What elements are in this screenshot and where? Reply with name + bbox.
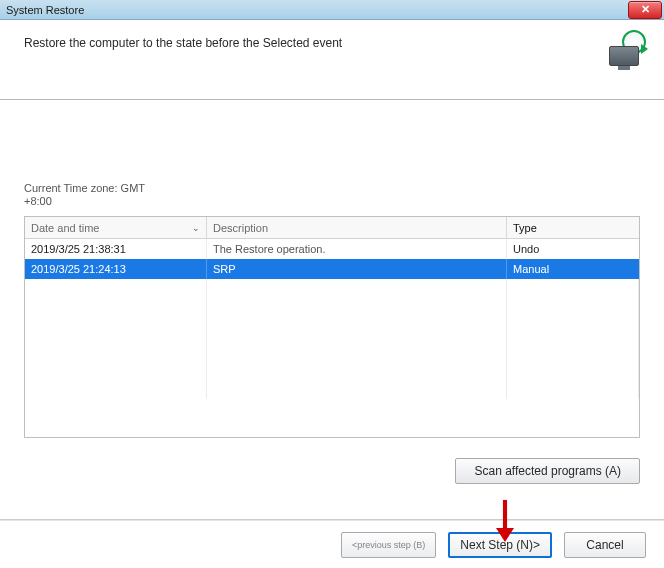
scan-affected-programs-button[interactable]: Scan affected programs (A) [455,458,640,484]
cell-type: Manual [507,259,639,279]
timezone-line1: Current Time zone: GMT [24,182,640,195]
titlebar: System Restore ✕ [0,0,664,20]
cell-description: SRP [207,259,507,279]
next-step-button[interactable]: Next Step (N)> [448,532,552,558]
table-row-empty [25,379,639,399]
close-button[interactable]: ✕ [628,1,662,19]
header-type[interactable]: Type [507,217,639,238]
cell-datetime: 2019/3/25 21:24:13 [25,259,207,279]
body-area: Current Time zone: GMT +8:00 Date and ti… [0,100,664,520]
table-row-empty [25,279,639,299]
table-row-empty [25,319,639,339]
sort-indicator-icon: ⌄ [192,223,200,233]
cell-type: Undo [507,239,639,259]
table-row-empty [25,299,639,319]
previous-step-button[interactable]: <previous step (B) [341,532,436,558]
header-description[interactable]: Description [207,217,507,238]
table-row-empty [25,339,639,359]
cell-datetime: 2019/3/25 21:38:31 [25,239,207,259]
wizard-footer: <previous step (B) Next Step (N)> Cancel [0,520,664,568]
table-row[interactable]: 2019/3/25 21:38:31 The Restore operation… [25,239,639,259]
cell-description: The Restore operation. [207,239,507,259]
table-row-empty [25,359,639,379]
close-icon: ✕ [641,3,650,16]
scan-button-wrap: Scan affected programs (A) [24,458,640,484]
system-restore-icon [602,30,646,70]
timezone-line2: +8:00 [24,195,640,208]
window-title: System Restore [6,4,84,16]
cancel-button[interactable]: Cancel [564,532,646,558]
timezone-label: Current Time zone: GMT +8:00 [24,182,640,208]
table-header-row: Date and time ⌄ Description Type [25,217,639,239]
restore-points-table: Date and time ⌄ Description Type 2019/3/… [24,216,640,438]
table-body: 2019/3/25 21:38:31 The Restore operation… [25,239,639,437]
header-datetime[interactable]: Date and time ⌄ [25,217,207,238]
instruction-panel: Restore the computer to the state before… [0,20,664,100]
table-row[interactable]: 2019/3/25 21:24:13 SRP Manual [25,259,639,279]
instruction-text: Restore the computer to the state before… [24,36,342,50]
system-restore-window: System Restore ✕ Restore the computer to… [0,0,664,568]
